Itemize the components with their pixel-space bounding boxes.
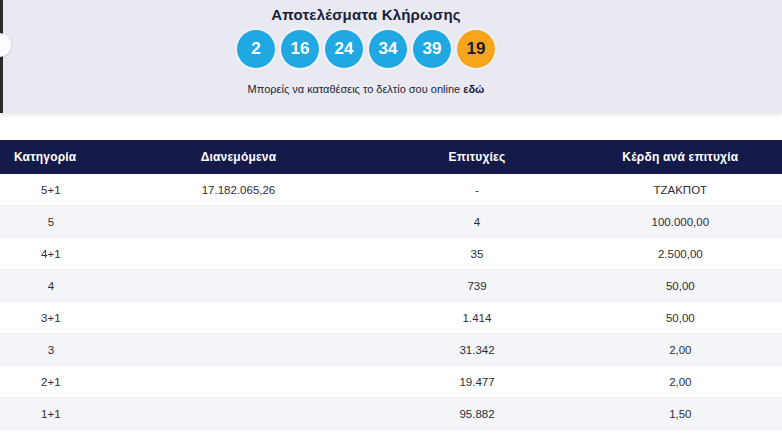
winning-number-ball: 16: [281, 30, 319, 68]
winning-number-ball: 24: [325, 30, 363, 68]
prize-table-section: Κατηγορία Διανεμόμενα Επιτυχίες Κέρδη αν…: [0, 140, 782, 440]
winners-cell: 4: [375, 206, 578, 238]
distributed-cell: [102, 430, 376, 440]
distributed-cell: [102, 270, 376, 302]
prize-cell: 1,50: [579, 398, 782, 430]
prize-cell: 2,00: [579, 366, 782, 398]
distributed-cell: [102, 334, 376, 366]
distributed-cell: [102, 398, 376, 430]
draw-results-title: Αποτελέσματα Κλήρωσης: [0, 0, 732, 23]
category-cell: 2: [0, 430, 102, 440]
prize-table-row: 1+195.8821,50: [0, 398, 782, 430]
category-cell: 4: [0, 270, 102, 302]
deposit-here-link[interactable]: εδώ: [463, 83, 484, 95]
deposit-text: Μπορείς να καταθέσεις το δελτίο σου onli…: [248, 83, 461, 95]
category-cell: 5: [0, 206, 102, 238]
prize-table-row: 2438.8711,00: [0, 430, 782, 440]
winners-cell: 35: [375, 238, 578, 270]
prize-cell: 2.500,00: [579, 238, 782, 270]
header-prize-per-win: Κέρδη ανά επιτυχία: [579, 140, 782, 174]
prize-table-row: 473950,00: [0, 270, 782, 302]
winners-cell: 19.477: [375, 366, 578, 398]
draw-results-panel: Αποτελέσματα Κλήρωσης 21624343919 Μπορεί…: [0, 0, 782, 113]
prize-cell: 2,00: [579, 334, 782, 366]
category-cell: 5+1: [0, 174, 102, 206]
category-cell: 2+1: [0, 366, 102, 398]
header-distributed: Διανεμόμενα: [102, 140, 376, 174]
winners-cell: 1.414: [375, 302, 578, 334]
prize-table-row: 2+119.4772,00: [0, 366, 782, 398]
distributed-cell: [102, 366, 376, 398]
category-cell: 1+1: [0, 398, 102, 430]
winning-number-ball: 2: [237, 30, 275, 68]
distributed-cell: [102, 206, 376, 238]
distributed-cell: [102, 302, 376, 334]
winners-cell: 31.342: [375, 334, 578, 366]
category-cell: 3: [0, 334, 102, 366]
winners-cell: 438.871: [375, 430, 578, 440]
prize-table-header-row: Κατηγορία Διανεμόμενα Επιτυχίες Κέρδη αν…: [0, 140, 782, 174]
prize-table-row: 4+1352.500,00: [0, 238, 782, 270]
prize-table-row: 3+11.41450,00: [0, 302, 782, 334]
prize-table-body: 5+117.182.065,26-ΤΖΑΚΠΟΤ54100.000,004+13…: [0, 174, 782, 440]
winning-numbers-row: 21624343919: [0, 30, 732, 68]
winners-cell: -: [375, 174, 578, 206]
winning-number-ball: 39: [413, 30, 451, 68]
joker-number-ball: 19: [457, 30, 495, 68]
winning-number-ball: 34: [369, 30, 407, 68]
distributed-cell: 17.182.065,26: [102, 174, 376, 206]
deposit-online-text: Μπορείς να καταθέσεις το δελτίο σου onli…: [0, 83, 732, 95]
prize-cell: 100.000,00: [579, 206, 782, 238]
winners-cell: 95.882: [375, 398, 578, 430]
category-cell: 3+1: [0, 302, 102, 334]
winners-cell: 739: [375, 270, 578, 302]
prize-cell: 1,00: [579, 430, 782, 440]
prize-cell: 50,00: [579, 270, 782, 302]
category-cell: 4+1: [0, 238, 102, 270]
header-winners: Επιτυχίες: [375, 140, 578, 174]
prize-table-row: 331.3422,00: [0, 334, 782, 366]
prize-cell: 50,00: [579, 302, 782, 334]
header-category: Κατηγορία: [0, 140, 102, 174]
prize-table-row: 5+117.182.065,26-ΤΖΑΚΠΟΤ: [0, 174, 782, 206]
prize-table-row: 54100.000,00: [0, 206, 782, 238]
prize-table: Κατηγορία Διανεμόμενα Επιτυχίες Κέρδη αν…: [0, 140, 782, 440]
prize-cell: ΤΖΑΚΠΟΤ: [579, 174, 782, 206]
distributed-cell: [102, 238, 376, 270]
